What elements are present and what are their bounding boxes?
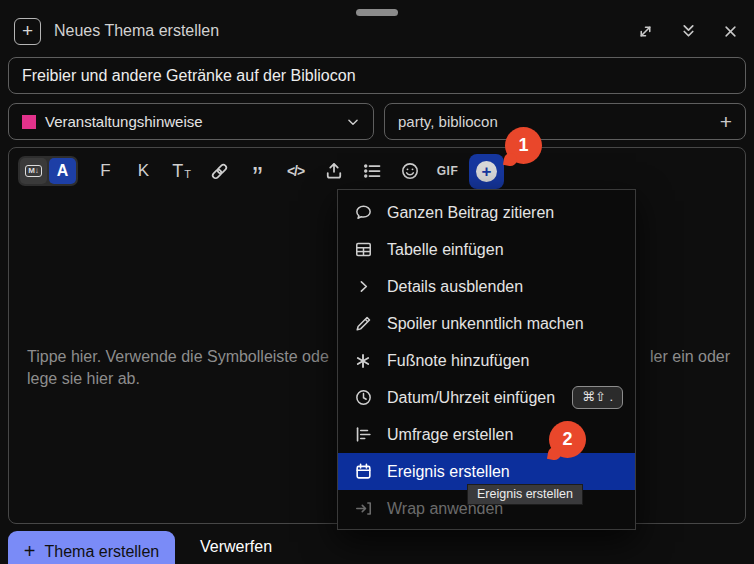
asterisk-icon xyxy=(353,352,373,370)
bold-button[interactable]: F xyxy=(89,155,122,187)
new-topic-icon: + xyxy=(14,18,41,45)
onboarding-step-badge-1: 1 xyxy=(505,127,542,164)
chevron-down-icon xyxy=(346,115,360,129)
close-icon[interactable] xyxy=(723,24,738,39)
menu-item-blur-spoiler[interactable]: Spoiler unkenntlich machen xyxy=(338,305,635,342)
chevron-right-icon xyxy=(353,278,373,295)
add-tag-icon[interactable]: + xyxy=(720,111,732,132)
menu-item-quote-whole-post[interactable]: Ganzen Beitrag zitieren xyxy=(338,194,635,231)
insert-more-button[interactable]: + xyxy=(469,154,504,189)
category-select[interactable]: Veranstaltungshinweise xyxy=(8,103,374,140)
menu-item-add-footnote[interactable]: Fußnote hinzufügen xyxy=(338,342,635,379)
keyboard-shortcut: ⌘⇧ . xyxy=(572,386,623,409)
blockquote-button[interactable]: ” xyxy=(241,155,274,187)
menu-item-label: Datum/Uhrzeit einfügen xyxy=(387,389,555,407)
onboarding-step-badge-2: 2 xyxy=(549,421,586,458)
drag-handle[interactable] xyxy=(356,9,398,16)
category-label: Veranstaltungshinweise xyxy=(45,113,203,130)
menu-item-label: Details ausblenden xyxy=(387,278,523,296)
clock-icon xyxy=(353,388,373,407)
emoji-icon[interactable] xyxy=(393,155,426,187)
wrap-icon xyxy=(353,499,373,518)
plus-icon: + xyxy=(24,541,36,561)
category-color-swatch xyxy=(22,115,36,129)
menu-item-label: Fußnote hinzufügen xyxy=(387,352,529,370)
code-button[interactable]: </> xyxy=(279,155,312,187)
richtext-mode-icon[interactable]: A xyxy=(49,158,76,184)
plus-circle-icon: + xyxy=(476,161,497,182)
composer-header: + Neues Thema erstellen xyxy=(14,16,738,46)
menu-item-label: Ganzen Beitrag zitieren xyxy=(387,204,554,222)
insert-dropdown-menu: Ganzen Beitrag zitieren Tabelle einfügen… xyxy=(337,189,636,530)
create-event-tooltip: Ereignis erstellen xyxy=(467,484,583,505)
menu-item-build-poll[interactable]: Umfrage erstellen xyxy=(338,416,635,453)
calendar-icon xyxy=(353,462,373,481)
tags-value: party, bibliocon xyxy=(398,113,498,130)
table-icon xyxy=(353,240,373,259)
menu-item-label: Ereignis erstellen xyxy=(387,463,510,481)
menu-item-label: Tabelle einfügen xyxy=(387,241,504,259)
italic-button[interactable]: K xyxy=(127,155,160,187)
editor-placeholder-fragment: ler ein oder xyxy=(650,348,730,366)
markdown-mode-icon[interactable]: M↓ xyxy=(20,158,47,184)
upload-icon[interactable] xyxy=(317,155,350,187)
menu-item-label: Spoiler unkenntlich machen xyxy=(387,315,584,333)
gif-button[interactable]: GIF xyxy=(431,155,464,187)
editor-placeholder-fragment: lege sie hier ab. xyxy=(27,370,140,388)
pencil-icon xyxy=(353,314,373,333)
menu-item-insert-table[interactable]: Tabelle einfügen xyxy=(338,231,635,268)
editor-placeholder-fragment: Tippe hier. Verwende die Symbolleiste od… xyxy=(27,348,329,366)
menu-item-label: Umfrage erstellen xyxy=(387,426,513,444)
minimize-chevrons-icon[interactable] xyxy=(680,23,697,40)
window-controls xyxy=(637,23,738,40)
composer-window: + Neues Thema erstellen Veranstaltung xyxy=(0,0,754,564)
tags-input[interactable]: party, bibliocon + xyxy=(384,103,746,140)
link-button[interactable] xyxy=(203,155,236,187)
editor-toolbar: M↓ A F K TT ” </> xyxy=(18,153,504,189)
menu-item-insert-datetime[interactable]: Datum/Uhrzeit einfügen ⌘⇧ . xyxy=(338,379,635,416)
list-button[interactable] xyxy=(355,155,388,187)
create-topic-button[interactable]: + Thema erstellen xyxy=(8,531,175,564)
text-styles-button[interactable]: TT xyxy=(165,155,198,187)
poll-icon xyxy=(353,425,373,444)
comment-icon xyxy=(353,203,373,222)
composer-title: Neues Thema erstellen xyxy=(54,22,219,40)
menu-item-hide-details[interactable]: Details ausblenden xyxy=(338,268,635,305)
topic-title-input[interactable] xyxy=(8,57,746,94)
fullscreen-icon[interactable] xyxy=(637,23,654,40)
editor-mode-toggle[interactable]: M↓ A xyxy=(18,156,78,186)
create-topic-label: Thema erstellen xyxy=(44,543,159,561)
discard-button[interactable]: Verwerfen xyxy=(200,538,272,556)
